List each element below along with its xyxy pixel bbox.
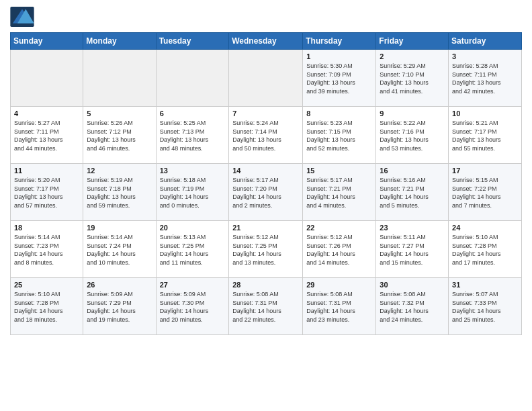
cell-content: Sunrise: 5:17 AM Sunset: 7:21 PM Dayligh…	[306, 176, 372, 210]
header-sunday: Sunday	[11, 33, 83, 50]
calendar-cell: 20Sunrise: 5:13 AM Sunset: 7:25 PM Dayli…	[156, 221, 229, 278]
calendar-cell: 9Sunrise: 5:22 AM Sunset: 7:16 PM Daylig…	[376, 107, 449, 164]
calendar-cell	[229, 50, 303, 107]
calendar-cell: 13Sunrise: 5:18 AM Sunset: 7:19 PM Dayli…	[156, 164, 229, 221]
cell-content: Sunrise: 5:08 AM Sunset: 7:31 PM Dayligh…	[232, 290, 299, 324]
logo	[10, 7, 37, 27]
cell-content: Sunrise: 5:07 AM Sunset: 7:33 PM Dayligh…	[452, 290, 518, 324]
day-number: 18	[14, 224, 79, 232]
calendar-cell: 8Sunrise: 5:23 AM Sunset: 7:15 PM Daylig…	[303, 107, 376, 164]
cell-content: Sunrise: 5:15 AM Sunset: 7:22 PM Dayligh…	[452, 176, 518, 210]
day-number: 1	[306, 52, 372, 60]
calendar-cell: 6Sunrise: 5:25 AM Sunset: 7:13 PM Daylig…	[156, 107, 229, 164]
calendar-body: 1Sunrise: 5:30 AM Sunset: 7:09 PM Daylig…	[11, 50, 522, 335]
cell-content: Sunrise: 5:11 AM Sunset: 7:27 PM Dayligh…	[380, 233, 445, 267]
day-number: 28	[232, 281, 299, 289]
calendar-cell: 23Sunrise: 5:11 AM Sunset: 7:27 PM Dayli…	[376, 221, 449, 278]
calendar-cell: 7Sunrise: 5:24 AM Sunset: 7:14 PM Daylig…	[229, 107, 303, 164]
header-monday: Monday	[83, 33, 156, 50]
calendar-cell: 22Sunrise: 5:12 AM Sunset: 7:26 PM Dayli…	[303, 221, 376, 278]
header-wednesday: Wednesday	[229, 33, 303, 50]
cell-content: Sunrise: 5:10 AM Sunset: 7:28 PM Dayligh…	[14, 290, 79, 324]
week-row-0: 1Sunrise: 5:30 AM Sunset: 7:09 PM Daylig…	[11, 50, 522, 107]
calendar-cell: 17Sunrise: 5:15 AM Sunset: 7:22 PM Dayli…	[449, 164, 522, 221]
calendar-cell: 10Sunrise: 5:21 AM Sunset: 7:17 PM Dayli…	[449, 107, 522, 164]
day-number: 31	[452, 281, 518, 289]
week-row-2: 11Sunrise: 5:20 AM Sunset: 7:17 PM Dayli…	[11, 164, 522, 221]
day-number: 26	[87, 281, 152, 289]
cell-content: Sunrise: 5:20 AM Sunset: 7:17 PM Dayligh…	[14, 176, 79, 210]
day-number: 4	[14, 109, 79, 118]
cell-content: Sunrise: 5:13 AM Sunset: 7:25 PM Dayligh…	[160, 233, 226, 267]
day-number: 10	[452, 109, 518, 118]
day-number: 17	[452, 167, 518, 175]
day-number: 21	[232, 224, 299, 232]
week-row-4: 25Sunrise: 5:10 AM Sunset: 7:28 PM Dayli…	[11, 278, 522, 335]
day-number: 22	[306, 224, 372, 232]
cell-content: Sunrise: 5:27 AM Sunset: 7:11 PM Dayligh…	[14, 119, 79, 152]
week-row-3: 18Sunrise: 5:14 AM Sunset: 7:23 PM Dayli…	[11, 221, 522, 278]
calendar-table: SundayMondayTuesdayWednesdayThursdayFrid…	[10, 32, 522, 335]
day-number: 25	[14, 281, 79, 289]
calendar-cell: 24Sunrise: 5:10 AM Sunset: 7:28 PM Dayli…	[449, 221, 522, 278]
cell-content: Sunrise: 5:25 AM Sunset: 7:13 PM Dayligh…	[160, 119, 226, 152]
calendar-cell: 21Sunrise: 5:12 AM Sunset: 7:25 PM Dayli…	[229, 221, 303, 278]
cell-content: Sunrise: 5:30 AM Sunset: 7:09 PM Dayligh…	[306, 62, 372, 95]
calendar-cell: 28Sunrise: 5:08 AM Sunset: 7:31 PM Dayli…	[229, 278, 303, 335]
day-number: 14	[232, 167, 299, 175]
cell-content: Sunrise: 5:24 AM Sunset: 7:14 PM Dayligh…	[232, 119, 299, 152]
day-number: 20	[160, 224, 226, 232]
day-number: 5	[87, 109, 152, 118]
cell-content: Sunrise: 5:12 AM Sunset: 7:25 PM Dayligh…	[232, 233, 299, 267]
header-thursday: Thursday	[303, 33, 376, 50]
logo-icon	[10, 7, 34, 27]
day-number: 11	[14, 167, 79, 175]
calendar-cell: 4Sunrise: 5:27 AM Sunset: 7:11 PM Daylig…	[11, 107, 83, 164]
cell-content: Sunrise: 5:17 AM Sunset: 7:20 PM Dayligh…	[232, 176, 299, 210]
cell-content: Sunrise: 5:10 AM Sunset: 7:28 PM Dayligh…	[452, 233, 518, 267]
header-friday: Friday	[376, 33, 449, 50]
day-number: 2	[380, 52, 445, 60]
cell-content: Sunrise: 5:08 AM Sunset: 7:31 PM Dayligh…	[306, 290, 372, 324]
day-number: 30	[380, 281, 445, 289]
page-header	[10, 7, 522, 27]
cell-content: Sunrise: 5:18 AM Sunset: 7:19 PM Dayligh…	[160, 176, 226, 210]
cell-content: Sunrise: 5:29 AM Sunset: 7:10 PM Dayligh…	[380, 62, 445, 95]
calendar-cell: 30Sunrise: 5:08 AM Sunset: 7:32 PM Dayli…	[376, 278, 449, 335]
calendar-cell: 19Sunrise: 5:14 AM Sunset: 7:24 PM Dayli…	[83, 221, 156, 278]
calendar-cell: 1Sunrise: 5:30 AM Sunset: 7:09 PM Daylig…	[303, 50, 376, 107]
cell-content: Sunrise: 5:16 AM Sunset: 7:21 PM Dayligh…	[380, 176, 445, 210]
day-number: 16	[380, 167, 445, 175]
day-number: 29	[306, 281, 372, 289]
calendar-cell: 12Sunrise: 5:19 AM Sunset: 7:18 PM Dayli…	[83, 164, 156, 221]
calendar-cell: 14Sunrise: 5:17 AM Sunset: 7:20 PM Dayli…	[229, 164, 303, 221]
header-saturday: Saturday	[449, 33, 522, 50]
calendar-cell: 16Sunrise: 5:16 AM Sunset: 7:21 PM Dayli…	[376, 164, 449, 221]
calendar-cell	[156, 50, 229, 107]
cell-content: Sunrise: 5:23 AM Sunset: 7:15 PM Dayligh…	[306, 119, 372, 152]
header-tuesday: Tuesday	[156, 33, 229, 50]
header-row: SundayMondayTuesdayWednesdayThursdayFrid…	[11, 33, 522, 50]
cell-content: Sunrise: 5:28 AM Sunset: 7:11 PM Dayligh…	[452, 62, 518, 95]
calendar-cell: 5Sunrise: 5:26 AM Sunset: 7:12 PM Daylig…	[83, 107, 156, 164]
cell-content: Sunrise: 5:14 AM Sunset: 7:23 PM Dayligh…	[14, 233, 79, 267]
cell-content: Sunrise: 5:12 AM Sunset: 7:26 PM Dayligh…	[306, 233, 372, 267]
calendar-cell	[11, 50, 83, 107]
day-number: 23	[380, 224, 445, 232]
cell-content: Sunrise: 5:26 AM Sunset: 7:12 PM Dayligh…	[87, 119, 152, 152]
cell-content: Sunrise: 5:21 AM Sunset: 7:17 PM Dayligh…	[452, 119, 518, 152]
day-number: 19	[87, 224, 152, 232]
cell-content: Sunrise: 5:08 AM Sunset: 7:32 PM Dayligh…	[380, 290, 445, 324]
day-number: 15	[306, 167, 372, 175]
calendar-cell: 3Sunrise: 5:28 AM Sunset: 7:11 PM Daylig…	[449, 50, 522, 107]
calendar-cell: 27Sunrise: 5:09 AM Sunset: 7:30 PM Dayli…	[156, 278, 229, 335]
calendar-cell: 18Sunrise: 5:14 AM Sunset: 7:23 PM Dayli…	[11, 221, 83, 278]
day-number: 12	[87, 167, 152, 175]
calendar-header: SundayMondayTuesdayWednesdayThursdayFrid…	[11, 33, 522, 50]
day-number: 7	[232, 109, 299, 118]
calendar-cell: 29Sunrise: 5:08 AM Sunset: 7:31 PM Dayli…	[303, 278, 376, 335]
day-number: 6	[160, 109, 226, 118]
week-row-1: 4Sunrise: 5:27 AM Sunset: 7:11 PM Daylig…	[11, 107, 522, 164]
cell-content: Sunrise: 5:22 AM Sunset: 7:16 PM Dayligh…	[380, 119, 445, 152]
calendar-cell: 26Sunrise: 5:09 AM Sunset: 7:29 PM Dayli…	[83, 278, 156, 335]
